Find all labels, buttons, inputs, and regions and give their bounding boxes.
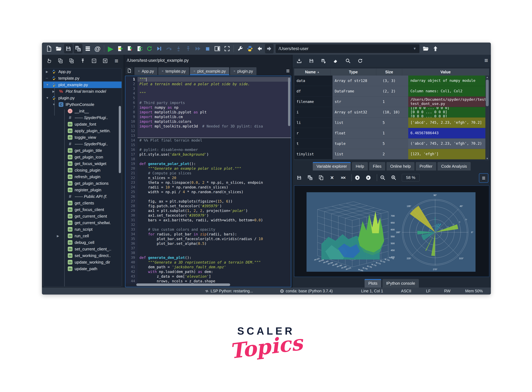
step-over-button[interactable] xyxy=(164,44,173,53)
editor-tab-plot_example-py[interactable]: ×plot_example.py xyxy=(190,67,229,75)
back-button[interactable] xyxy=(255,44,264,53)
pane-button[interactable] xyxy=(213,44,222,53)
menu-button[interactable]: ≡ xyxy=(112,57,121,65)
go-up-button[interactable] xyxy=(79,57,87,65)
editor-horizontal-scrollbar[interactable] xyxy=(136,284,230,286)
code-line-33[interactable]: 33 # Use custom colors and opacity xyxy=(125,227,291,232)
editor-tab-plugin-py[interactable]: ×plugin.py xyxy=(230,67,257,75)
run-cell-button[interactable] xyxy=(116,44,125,53)
cell-mid[interactable]: 5 xyxy=(380,117,408,128)
python-button[interactable] xyxy=(246,44,254,53)
cell-name[interactable]: data xyxy=(294,75,332,86)
fast-forward-button[interactable] xyxy=(194,44,202,53)
scroll-down-icon[interactable]: ▼ xyxy=(485,157,489,160)
cell-name[interactable]: li xyxy=(294,117,332,128)
cell-mid[interactable]: Array of uint32 xyxy=(332,107,380,117)
tab-ipython-console[interactable]: IPython console xyxy=(383,279,419,288)
tab-online-help[interactable]: Online help xyxy=(387,162,415,171)
code-line-7[interactable]: 7import numpy as np xyxy=(125,105,291,110)
run-at-button[interactable]: @ xyxy=(93,44,102,53)
outline-item-get-plugin-title[interactable]: mget_plugin_title xyxy=(43,147,121,154)
code-line-27[interactable]: 27 fig, ax = plt.subplots(figsize=(15, 6… xyxy=(125,199,291,204)
debug-step-button[interactable] xyxy=(155,44,163,53)
outline-item-get-clients[interactable]: mget_clients xyxy=(43,200,121,206)
code-line-25[interactable]: 25 width = np.pi / 4 * np.random.rand(n_… xyxy=(125,190,291,194)
column-header-name[interactable]: Name ▲ xyxy=(294,69,331,75)
outline-item-update-working-dir[interactable]: mupdate_working_dir xyxy=(43,259,121,266)
file-switcher-button[interactable] xyxy=(126,67,133,74)
cell-mid[interactable]: list xyxy=(332,149,380,159)
code-line-1[interactable]: 1""" xyxy=(125,77,291,82)
code-line-21[interactable]: 21 # Compute pie slices xyxy=(125,171,291,176)
outline-tree[interactable]: ▶App.py─template.py▼plot_example.py▶%Plo… xyxy=(43,68,122,287)
plots-menu-icon[interactable]: ≡ xyxy=(479,173,488,183)
variable-row-df[interactable]: dfDataFrame(2, 2)Column names: Col1, Col… xyxy=(294,86,489,97)
fullscreen-button[interactable] xyxy=(223,44,231,53)
save-all-button[interactable] xyxy=(306,174,314,182)
code-line-17[interactable]: 17plt.style.use('dark_background') xyxy=(125,152,291,157)
next-plot-button[interactable] xyxy=(364,174,372,182)
code-line-23[interactable]: 23 theta = np.linspace(0.0, 2 * np.pi, n… xyxy=(125,180,291,185)
code-line-31[interactable]: 31 bars = ax1.bar(theta, radii, width=wi… xyxy=(125,218,291,222)
code-line-24[interactable]: 24 radii = 10 * np.random.rand(n_slices) xyxy=(125,185,291,190)
code-line-3[interactable]: 3 xyxy=(125,86,291,91)
tab-plots[interactable]: Plots xyxy=(364,279,381,288)
cell-mid[interactable]: (10, 10) xyxy=(380,107,408,117)
rerun-button[interactable] xyxy=(135,44,144,53)
save-all-button[interactable] xyxy=(74,44,83,53)
outline-item--spyderplugi-[interactable]: #------ SpyderPlugi.. xyxy=(43,141,121,147)
code-line-14[interactable]: 14# %% Plot final terrain model xyxy=(125,138,291,143)
cell-mid[interactable]: 1 xyxy=(380,97,408,107)
save-as-button[interactable] xyxy=(320,57,328,65)
code-line-43[interactable]: 43 z_data = dem['elevation'] xyxy=(125,274,291,279)
zoom-out-button[interactable] xyxy=(379,174,387,182)
outline-item-plugin-py[interactable]: ▼plugin.py xyxy=(43,95,121,101)
collapse-arrow-icon[interactable]: ▼ xyxy=(46,96,49,100)
outline-item-app-py[interactable]: ▶App.py xyxy=(43,68,121,75)
file-new-button[interactable] xyxy=(45,44,53,53)
collapse-box-button[interactable] xyxy=(90,57,98,65)
column-header-value[interactable]: Value xyxy=(402,69,489,75)
outline-item-get-plugin-actions[interactable]: mget_plugin_actions xyxy=(43,180,121,187)
outline-item-get-current-client[interactable]: mget_current_client xyxy=(43,213,121,219)
plots-zoom-level[interactable]: 58 % xyxy=(402,174,420,182)
cell-val[interactable]: [[0 0 0 ... 0 0 0] [0 0 0 ... 0 0 0] [0 … xyxy=(408,107,489,117)
close-all-button[interactable]: ×× xyxy=(339,174,347,182)
expand-arrow-icon[interactable]: ▶ xyxy=(57,234,59,238)
variable-row-i[interactable]: iArray of uint32(10, 10)[[0 0 0 ... 0 0 … xyxy=(294,107,489,117)
outline-item-run-cell[interactable]: ▶mrun_cell xyxy=(43,233,121,239)
outline-item-ipythonconsole[interactable]: ▼CIPythonConsole xyxy=(43,101,121,108)
prev-plot-button[interactable] xyxy=(353,174,361,182)
outline-item-update-font[interactable]: mupdate_font xyxy=(43,121,121,127)
copy-button[interactable] xyxy=(317,174,325,182)
outline-item-set-current-client-[interactable]: mset_current_client_.. xyxy=(43,246,121,252)
outline-item-apply-plugin-settin-[interactable]: mapply_plugin_settin. xyxy=(43,127,121,134)
collapse-arrow-icon[interactable]: ▼ xyxy=(46,83,49,87)
cell-name[interactable]: df xyxy=(294,86,332,97)
outline-item-refresh-plugin[interactable]: mrefresh_plugin xyxy=(43,173,121,180)
search-button[interactable] xyxy=(344,57,352,65)
column-header-type[interactable]: Type xyxy=(331,69,376,75)
cell-name[interactable]: tinylist xyxy=(294,149,332,159)
run-button[interactable]: ▶ xyxy=(106,44,115,53)
outline-item-register-plugin[interactable]: mregister_plugin xyxy=(43,187,121,193)
debug-continue-button[interactable] xyxy=(145,44,154,53)
cell-mid[interactable]: (2, 2) xyxy=(380,86,408,97)
cell-mid[interactable]: tuple xyxy=(332,138,380,149)
code-line-12[interactable]: 12 xyxy=(125,129,291,133)
expand-arrow-icon[interactable]: ─ xyxy=(46,76,48,80)
close-button[interactable]: × xyxy=(328,174,336,182)
save-button[interactable] xyxy=(307,57,315,65)
copy-minus-button[interactable] xyxy=(56,57,65,65)
code-line-44[interactable]: 44 nrows, ncols = z_data.shape xyxy=(125,279,291,284)
code-line-39[interactable]: 39def generate_dem_plot(): xyxy=(125,255,291,260)
outline-item-closing-plugin[interactable]: mclosing_plugin xyxy=(43,167,121,173)
cell-val[interactable]: Column names: Col1, Col2 xyxy=(408,86,489,97)
import-button[interactable] xyxy=(295,57,303,65)
cell-name[interactable]: i xyxy=(294,107,332,117)
working-directory-selector[interactable]: /Users/test-user ▼ xyxy=(276,44,419,53)
code-line-4[interactable]: 4""" xyxy=(125,91,291,96)
code-line-37[interactable]: 37 xyxy=(125,246,291,251)
outline-item-update-path[interactable]: mupdate_path xyxy=(43,266,121,272)
refresh-button[interactable] xyxy=(356,57,364,65)
